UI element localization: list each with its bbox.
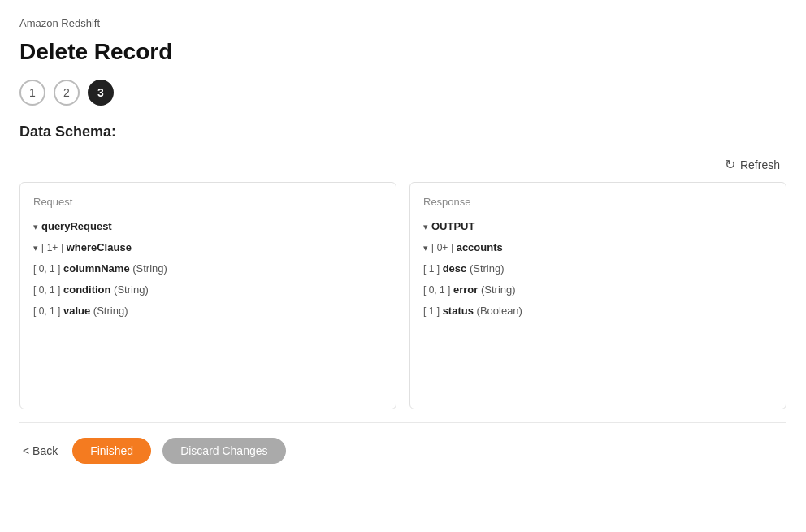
step-3: 3 <box>88 80 114 106</box>
step-1: 1 <box>20 80 46 106</box>
tree-row: [ 0, 1 ] condition (String) <box>33 279 383 301</box>
chevron-icon: ▾ <box>423 239 428 257</box>
tree-row: ▾ queryRequest <box>33 216 383 237</box>
response-panel-label: Response <box>423 196 773 208</box>
refresh-icon: ↻ <box>725 157 735 172</box>
refresh-label: Refresh <box>740 158 780 171</box>
tree-row: [ 1 ] desc (String) <box>423 258 773 279</box>
request-panel: Request ▾ queryRequest ▾ [ 1+ ] whereCla… <box>20 182 396 409</box>
tree-row: [ 0, 1 ] columnName (String) <box>33 258 383 279</box>
refresh-bar: ↻ Refresh <box>20 154 786 175</box>
tree-row: [ 1 ] status (Boolean) <box>423 301 773 322</box>
response-tree: ▾ OUTPUT ▾ [ 0+ ] accounts [ 1 ] desc (S… <box>423 216 773 322</box>
finished-button[interactable]: Finished <box>72 438 151 464</box>
schema-section-title: Data Schema: <box>20 123 786 141</box>
chevron-icon: ▾ <box>33 239 38 257</box>
step-2: 2 <box>54 80 80 106</box>
schema-area: Request ▾ queryRequest ▾ [ 1+ ] whereCla… <box>20 182 786 409</box>
back-button[interactable]: < Back <box>20 444 61 457</box>
refresh-button[interactable]: ↻ Refresh <box>718 154 786 175</box>
footer: < Back Finished Discard Changes <box>20 422 786 480</box>
chevron-icon: ▾ <box>33 218 38 236</box>
tree-row: [ 0, 1 ] error (String) <box>423 279 773 301</box>
request-tree: ▾ queryRequest ▾ [ 1+ ] whereClause [ 0,… <box>33 216 383 322</box>
page-title: Delete Record <box>20 39 786 65</box>
breadcrumb[interactable]: Amazon Redshift <box>20 17 100 29</box>
discard-button[interactable]: Discard Changes <box>162 438 285 464</box>
page: Amazon Redshift Delete Record 1 2 3 Data… <box>0 0 806 532</box>
tree-row: ▾ OUTPUT <box>423 216 773 237</box>
tree-row: [ 0, 1 ] value (String) <box>33 301 383 322</box>
steps-container: 1 2 3 <box>20 80 786 106</box>
request-panel-label: Request <box>33 196 383 208</box>
chevron-icon: ▾ <box>423 218 428 236</box>
response-panel: Response ▾ OUTPUT ▾ [ 0+ ] accounts [ 1 … <box>410 182 786 409</box>
tree-row: ▾ [ 1+ ] whereClause <box>33 237 383 258</box>
tree-row: ▾ [ 0+ ] accounts <box>423 237 773 258</box>
